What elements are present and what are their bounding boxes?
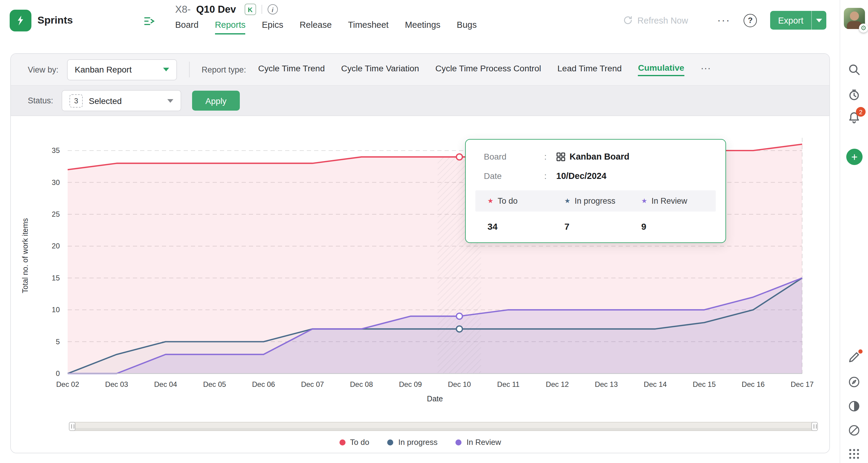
notifications-bell-icon[interactable]: 2 — [847, 111, 861, 124]
svg-text:Dec 02: Dec 02 — [56, 380, 79, 388]
svg-text:Dec 16: Dec 16 — [742, 380, 765, 388]
svg-text:25: 25 — [52, 210, 60, 218]
more-options-icon[interactable]: ··· — [717, 13, 730, 27]
chart-range-scrollbar[interactable] — [69, 422, 818, 431]
right-rail: ⚙ 2 + — [840, 0, 868, 463]
report-type-list: Cycle Time TrendCycle Time VariationCycl… — [258, 62, 711, 77]
refresh-icon — [623, 15, 633, 25]
explore-compass-icon[interactable] — [847, 424, 861, 437]
svg-text:Date: Date — [427, 395, 443, 403]
tab-bugs[interactable]: Bugs — [457, 20, 476, 34]
view-by-label: View by: — [28, 65, 59, 74]
svg-text:Dec 06: Dec 06 — [252, 380, 275, 388]
export-button[interactable]: Export — [770, 11, 826, 30]
cumulative-flow-chart: 05101520253035Dec 02Dec 03Dec 04Dec 05De… — [11, 116, 829, 453]
help-icon[interactable]: ? — [744, 13, 757, 27]
header-actions: Refresh Now ··· ? Export — [623, 11, 826, 30]
report-panel: View by: Kanban Report Report type: Cycl… — [10, 53, 830, 453]
status-label: Status: — [28, 96, 53, 105]
report-type-more-icon[interactable]: ··· — [701, 62, 711, 77]
tooltip-value-in-progress: 7 — [557, 221, 634, 231]
chart-tooltip: Board : Kanban Board Date : 10/Dec/2024 — [465, 139, 726, 243]
tooltip-series-header: ★To do★In progress★In Review — [475, 191, 716, 211]
board-name: Kanban Board — [569, 152, 629, 162]
svg-text:35: 35 — [52, 146, 60, 154]
compass-route-icon[interactable] — [847, 375, 861, 389]
tooltip-board-row: Board : Kanban Board — [484, 152, 716, 162]
tooltip-value-in-review: 9 — [634, 221, 711, 231]
series-name: To do — [498, 197, 518, 205]
app-name: Sprints — [37, 15, 73, 27]
colon: : — [544, 171, 547, 181]
svg-text:15: 15 — [52, 274, 60, 282]
series-name: In progress — [575, 197, 615, 205]
add-new-button[interactable]: + — [846, 149, 863, 165]
theme-contrast-icon[interactable] — [847, 400, 861, 413]
tooltip-board-value: Kanban Board — [556, 152, 629, 162]
tab-reports[interactable]: Reports — [215, 20, 246, 34]
report-filter-bar: View by: Kanban Report Report type: Cycl… — [11, 54, 829, 86]
tooltip-series-in-progress: ★In progress — [557, 197, 634, 205]
apply-button[interactable]: Apply — [192, 91, 240, 111]
tab-epics[interactable]: Epics — [262, 20, 283, 34]
legend-item-in-progress[interactable]: In progress — [388, 438, 438, 447]
series-star-icon: ★ — [564, 198, 570, 204]
legend-item-in-review[interactable]: In Review — [456, 438, 501, 447]
legend-item-to-do[interactable]: To do — [339, 438, 369, 447]
view-by-value: Kanban Report — [75, 65, 132, 74]
project-name: Q10 Dev — [196, 4, 236, 15]
svg-text:Dec 09: Dec 09 — [399, 380, 422, 388]
series-name: In Review — [651, 197, 687, 205]
report-type-cycle-time-trend[interactable]: Cycle Time Trend — [258, 63, 325, 76]
report-type-cycle-time-process-control[interactable]: Cycle Time Process Control — [435, 63, 541, 76]
refresh-button[interactable]: Refresh Now — [623, 15, 688, 25]
svg-text:Dec 03: Dec 03 — [105, 380, 128, 388]
svg-text:Dec 07: Dec 07 — [301, 380, 324, 388]
report-type-lead-time-trend[interactable]: Lead Time Trend — [558, 63, 622, 76]
series-star-icon: ★ — [641, 198, 647, 204]
settings-gear-icon[interactable]: ⚙ — [859, 24, 868, 33]
avatar-head — [850, 11, 859, 21]
svg-text:20: 20 — [52, 242, 60, 250]
tooltip-series-values: 3479 — [475, 211, 716, 236]
svg-text:0: 0 — [56, 369, 60, 377]
info-icon[interactable]: i — [267, 4, 278, 15]
status-count-badge: 3 — [69, 94, 83, 107]
app-header: Sprints X8- Q10 Dev K i BoardReportsEpic… — [0, 0, 840, 44]
legend-dot-icon — [339, 439, 345, 445]
range-handle-right[interactable] — [811, 422, 818, 431]
tab-meetings[interactable]: Meetings — [405, 20, 441, 34]
project-key: X8- — [175, 4, 191, 15]
apps-grid-icon[interactable] — [847, 447, 861, 461]
range-handle-left[interactable] — [69, 422, 75, 431]
status-dropdown[interactable]: 3 Selected — [62, 90, 181, 111]
page: Sprints X8- Q10 Dev K i BoardReportsEpic… — [0, 0, 868, 463]
brand[interactable]: Sprints — [10, 10, 73, 31]
tab-release[interactable]: Release — [300, 20, 332, 34]
svg-text:Dec 10: Dec 10 — [448, 380, 471, 388]
view-by-dropdown[interactable]: Kanban Report — [67, 59, 177, 80]
export-label: Export — [770, 11, 811, 30]
whiteboard-pen-icon[interactable] — [847, 351, 861, 364]
refresh-label: Refresh Now — [638, 16, 688, 25]
report-type-cumulative[interactable]: Cumulative — [638, 63, 684, 76]
kanban-badge: K — [244, 4, 256, 15]
timer-history-icon[interactable] — [847, 88, 861, 102]
svg-text:30: 30 — [52, 178, 60, 186]
legend-label: In Review — [467, 438, 501, 447]
report-type-cycle-time-variation[interactable]: Cycle Time Variation — [341, 63, 419, 76]
svg-text:Dec 05: Dec 05 — [203, 380, 226, 388]
search-icon[interactable] — [847, 63, 861, 76]
tab-board[interactable]: Board — [175, 20, 198, 34]
collapse-panel-icon[interactable] — [143, 15, 156, 28]
project-title-block: X8- Q10 Dev K i BoardReportsEpicsRelease… — [175, 4, 476, 34]
chart-legend: To doIn progressIn Review — [11, 438, 829, 447]
divider — [189, 62, 190, 77]
tooltip-value-to-do: 34 — [480, 221, 557, 231]
series-star-icon: ★ — [488, 198, 494, 204]
export-dropdown-caret[interactable] — [811, 11, 826, 30]
notification-dot — [858, 349, 863, 354]
status-filter-bar: Status: 3 Selected Apply — [11, 86, 829, 116]
project-tabs: BoardReportsEpicsReleaseTimesheetMeeting… — [175, 20, 476, 34]
tab-timesheet[interactable]: Timesheet — [348, 20, 389, 34]
